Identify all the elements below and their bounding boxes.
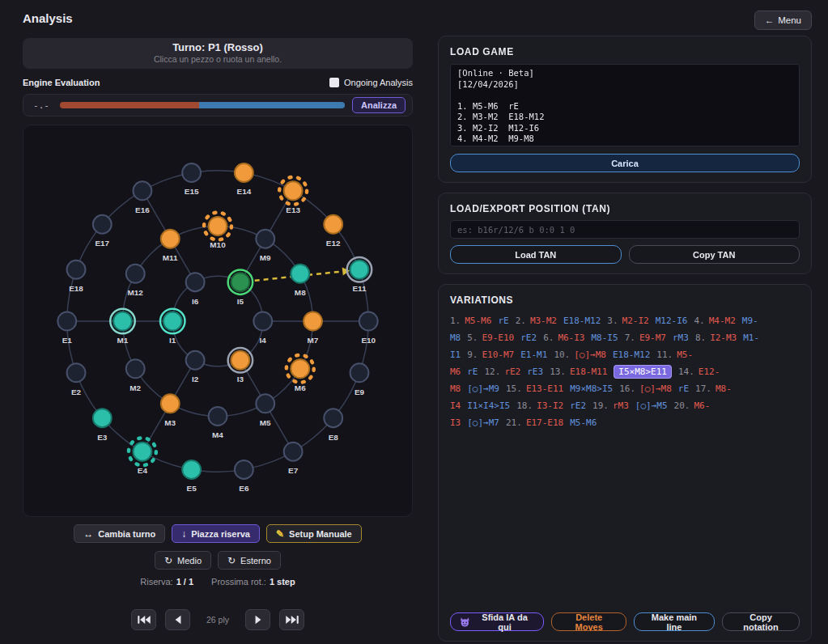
move-token[interactable]: rE (467, 366, 478, 377)
move-token[interactable]: rM3 (613, 400, 629, 411)
node-E1[interactable] (57, 312, 76, 331)
make-main-line-button[interactable]: Make main line (634, 612, 715, 631)
move-token[interactable]: rE2 (520, 333, 537, 343)
tan-input[interactable] (450, 220, 800, 239)
move-token[interactable]: M4-M2 (709, 316, 736, 326)
node-E7[interactable] (284, 443, 303, 461)
node-E2[interactable] (67, 363, 86, 382)
node-I2[interactable] (186, 351, 205, 370)
node-E4[interactable] (133, 443, 151, 461)
node-M6[interactable] (291, 359, 309, 378)
ongoing-analysis-checkbox[interactable] (329, 78, 339, 87)
setup-manuale-button[interactable]: ✎ Setup Manuale (266, 524, 362, 543)
move-token[interactable]: rE2 (570, 400, 586, 411)
node-label-M9: M9 (260, 253, 271, 262)
move-token[interactable]: I1×I4>I5 (467, 400, 510, 411)
node-E3[interactable] (93, 409, 112, 427)
move-token[interactable]: E13-E11 (526, 383, 563, 394)
move-token[interactable]: I2-M3 (710, 333, 737, 343)
ruota-esterno-button[interactable]: ↻ Esterno (218, 551, 281, 570)
move-token[interactable]: E10-M7 (482, 350, 515, 360)
node-I6[interactable] (186, 273, 205, 291)
load-tan-button[interactable]: Load TAN (450, 245, 622, 264)
node-E14[interactable] (235, 163, 253, 182)
node-E17[interactable] (93, 215, 112, 234)
node-E12[interactable] (324, 215, 342, 234)
menu-button[interactable]: ← Menu (754, 11, 812, 30)
node-M8[interactable] (291, 265, 309, 283)
node-M3[interactable] (161, 394, 180, 413)
node-I3[interactable] (231, 351, 249, 370)
skip-end-button[interactable] (279, 609, 304, 630)
node-M2[interactable] (126, 359, 145, 378)
sfida-ia-button[interactable]: Sfida IA da qui (450, 612, 544, 631)
move-token[interactable]: rE3 (527, 366, 543, 377)
node-I4[interactable] (253, 312, 272, 331)
move-token[interactable]: rM3 (673, 333, 689, 343)
node-label-M1: M1 (117, 336, 129, 345)
move-token[interactable]: I3-I2 (537, 400, 563, 411)
node-E9[interactable] (350, 363, 369, 382)
move-token[interactable]: M2-I2 (622, 316, 649, 326)
move-token[interactable]: E9-E10 (482, 333, 515, 343)
move-token[interactable]: [○]→M8 (574, 350, 606, 360)
node-M12[interactable] (126, 265, 145, 283)
move-token[interactable]: M5-M6 (570, 417, 597, 428)
carica-button[interactable]: Carica (450, 154, 800, 172)
move-token[interactable]: M12-I6 (656, 316, 688, 326)
node-M7[interactable] (304, 312, 322, 331)
delete-moves-button[interactable]: Delete Moves (551, 612, 626, 631)
node-I1[interactable] (163, 312, 182, 331)
copy-notation-button[interactable]: Copy notation (722, 612, 800, 631)
step-forward-button[interactable] (245, 609, 270, 630)
move-token[interactable]: [○]→M8 (639, 383, 672, 394)
move-token[interactable]: M3-M2 (530, 316, 557, 326)
move-token[interactable]: [○]→M7 (467, 417, 499, 428)
step-back-button[interactable] (165, 609, 190, 630)
node-M4[interactable] (209, 407, 227, 426)
node-E10[interactable] (359, 312, 378, 331)
move-token[interactable]: E1-M1 (520, 350, 547, 360)
node-E8[interactable] (324, 409, 342, 427)
move-token[interactable]: rE (498, 316, 508, 326)
node-M9[interactable] (256, 230, 274, 248)
node-I5[interactable] (231, 273, 249, 291)
node-E18[interactable] (67, 261, 86, 279)
node-M10[interactable] (209, 217, 227, 235)
copy-tan-button[interactable]: Copy TAN (629, 245, 800, 264)
move-token[interactable]: [○]→M5 (635, 400, 668, 411)
step-back-icon (173, 615, 183, 625)
analizza-button[interactable]: Analizza (352, 97, 406, 113)
move-token[interactable]: M9×M8>I5 (570, 383, 613, 394)
move-number: 8. (695, 333, 706, 343)
node-E5[interactable] (182, 460, 201, 479)
cambia-turno-button[interactable]: ↔ Cambia turno (74, 524, 165, 543)
move-token[interactable]: M6-I3 (558, 333, 584, 343)
move-token[interactable]: E17-E18 (526, 417, 563, 428)
move-token[interactable]: rE (678, 383, 689, 394)
node-M11[interactable] (161, 230, 180, 248)
move-token[interactable]: E18-M12 (613, 350, 650, 360)
move-token[interactable]: M5-M6 (465, 316, 491, 326)
move-token[interactable]: I5×M8>E11 (614, 365, 672, 379)
move-token[interactable]: E18-M11 (570, 366, 607, 377)
node-E11[interactable] (350, 261, 369, 279)
move-token[interactable]: M8-I5 (592, 333, 618, 343)
move-token[interactable]: rE2 (504, 366, 520, 377)
node-M1[interactable] (113, 312, 132, 331)
move-token[interactable]: [○]→M9 (467, 383, 499, 394)
node-M5[interactable] (256, 394, 274, 413)
load-game-panel: LOAD GAME [Online · Beta] [12/04/2026] 1… (438, 36, 812, 183)
skip-start-button[interactable] (131, 609, 156, 630)
node-E15[interactable] (182, 163, 201, 182)
ruota-medio-button[interactable]: ↻ Medio (155, 551, 211, 570)
riserva-value: 1 / 1 (176, 577, 193, 587)
game-notation-textarea[interactable]: [Online · Beta] [12/04/2026] 1. M5-M6 rE… (450, 64, 800, 146)
node-E13[interactable] (284, 181, 303, 200)
piazza-riserva-button[interactable]: ↓ Piazza riserva (172, 524, 260, 543)
move-token[interactable]: E18-M12 (563, 316, 601, 326)
node-E16[interactable] (133, 181, 151, 200)
move-token[interactable]: E9-M7 (639, 333, 666, 343)
node-E6[interactable] (235, 460, 253, 479)
move-number: 14. (678, 366, 694, 377)
